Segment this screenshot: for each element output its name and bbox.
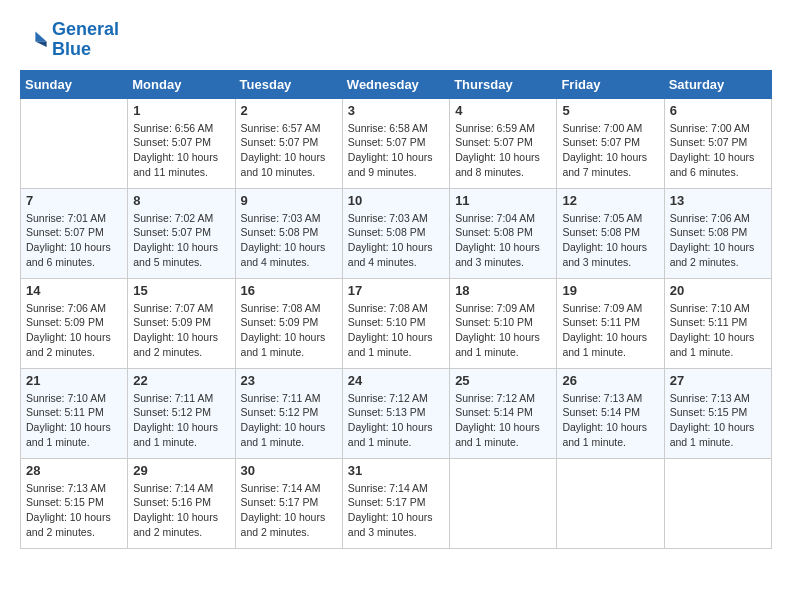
calendar-cell: 20Sunrise: 7:10 AM Sunset: 5:11 PM Dayli…: [664, 278, 771, 368]
day-number: 2: [241, 103, 337, 118]
calendar-week-row: 1Sunrise: 6:56 AM Sunset: 5:07 PM Daylig…: [21, 98, 772, 188]
calendar-cell: 4Sunrise: 6:59 AM Sunset: 5:07 PM Daylig…: [450, 98, 557, 188]
calendar-cell: 1Sunrise: 6:56 AM Sunset: 5:07 PM Daylig…: [128, 98, 235, 188]
day-info: Sunrise: 7:00 AM Sunset: 5:07 PM Dayligh…: [670, 121, 766, 180]
day-number: 8: [133, 193, 229, 208]
day-info: Sunrise: 7:14 AM Sunset: 5:17 PM Dayligh…: [348, 481, 444, 540]
calendar-cell: 29Sunrise: 7:14 AM Sunset: 5:16 PM Dayli…: [128, 458, 235, 548]
day-info: Sunrise: 7:04 AM Sunset: 5:08 PM Dayligh…: [455, 211, 551, 270]
day-number: 11: [455, 193, 551, 208]
calendar-cell: [557, 458, 664, 548]
calendar-cell: 25Sunrise: 7:12 AM Sunset: 5:14 PM Dayli…: [450, 368, 557, 458]
calendar-cell: 21Sunrise: 7:10 AM Sunset: 5:11 PM Dayli…: [21, 368, 128, 458]
svg-marker-0: [35, 31, 46, 41]
calendar-week-row: 14Sunrise: 7:06 AM Sunset: 5:09 PM Dayli…: [21, 278, 772, 368]
calendar-cell: 14Sunrise: 7:06 AM Sunset: 5:09 PM Dayli…: [21, 278, 128, 368]
day-number: 21: [26, 373, 122, 388]
calendar-cell: 23Sunrise: 7:11 AM Sunset: 5:12 PM Dayli…: [235, 368, 342, 458]
calendar-cell: 15Sunrise: 7:07 AM Sunset: 5:09 PM Dayli…: [128, 278, 235, 368]
calendar-cell: 11Sunrise: 7:04 AM Sunset: 5:08 PM Dayli…: [450, 188, 557, 278]
day-info: Sunrise: 7:09 AM Sunset: 5:10 PM Dayligh…: [455, 301, 551, 360]
day-info: Sunrise: 7:09 AM Sunset: 5:11 PM Dayligh…: [562, 301, 658, 360]
weekday-header-cell: Friday: [557, 70, 664, 98]
day-info: Sunrise: 7:11 AM Sunset: 5:12 PM Dayligh…: [241, 391, 337, 450]
calendar-cell: 16Sunrise: 7:08 AM Sunset: 5:09 PM Dayli…: [235, 278, 342, 368]
day-info: Sunrise: 7:10 AM Sunset: 5:11 PM Dayligh…: [26, 391, 122, 450]
calendar-body: 1Sunrise: 6:56 AM Sunset: 5:07 PM Daylig…: [21, 98, 772, 548]
day-info: Sunrise: 7:00 AM Sunset: 5:07 PM Dayligh…: [562, 121, 658, 180]
calendar-cell: 6Sunrise: 7:00 AM Sunset: 5:07 PM Daylig…: [664, 98, 771, 188]
calendar-cell: 28Sunrise: 7:13 AM Sunset: 5:15 PM Dayli…: [21, 458, 128, 548]
day-number: 19: [562, 283, 658, 298]
calendar-cell: 27Sunrise: 7:13 AM Sunset: 5:15 PM Dayli…: [664, 368, 771, 458]
calendar-cell: [450, 458, 557, 548]
day-number: 26: [562, 373, 658, 388]
day-info: Sunrise: 7:13 AM Sunset: 5:15 PM Dayligh…: [26, 481, 122, 540]
day-info: Sunrise: 6:57 AM Sunset: 5:07 PM Dayligh…: [241, 121, 337, 180]
calendar-cell: 9Sunrise: 7:03 AM Sunset: 5:08 PM Daylig…: [235, 188, 342, 278]
weekday-header-cell: Wednesday: [342, 70, 449, 98]
day-number: 31: [348, 463, 444, 478]
day-info: Sunrise: 7:07 AM Sunset: 5:09 PM Dayligh…: [133, 301, 229, 360]
weekday-header-cell: Sunday: [21, 70, 128, 98]
day-info: Sunrise: 7:02 AM Sunset: 5:07 PM Dayligh…: [133, 211, 229, 270]
day-number: 10: [348, 193, 444, 208]
day-info: Sunrise: 7:03 AM Sunset: 5:08 PM Dayligh…: [348, 211, 444, 270]
day-info: Sunrise: 7:14 AM Sunset: 5:17 PM Dayligh…: [241, 481, 337, 540]
weekday-header-row: SundayMondayTuesdayWednesdayThursdayFrid…: [21, 70, 772, 98]
day-info: Sunrise: 7:08 AM Sunset: 5:09 PM Dayligh…: [241, 301, 337, 360]
day-number: 20: [670, 283, 766, 298]
day-info: Sunrise: 7:13 AM Sunset: 5:14 PM Dayligh…: [562, 391, 658, 450]
day-info: Sunrise: 6:56 AM Sunset: 5:07 PM Dayligh…: [133, 121, 229, 180]
svg-marker-1: [35, 41, 46, 47]
weekday-header-cell: Tuesday: [235, 70, 342, 98]
calendar-cell: 12Sunrise: 7:05 AM Sunset: 5:08 PM Dayli…: [557, 188, 664, 278]
day-number: 13: [670, 193, 766, 208]
calendar-cell: 30Sunrise: 7:14 AM Sunset: 5:17 PM Dayli…: [235, 458, 342, 548]
day-number: 14: [26, 283, 122, 298]
calendar-cell: 31Sunrise: 7:14 AM Sunset: 5:17 PM Dayli…: [342, 458, 449, 548]
day-info: Sunrise: 7:06 AM Sunset: 5:09 PM Dayligh…: [26, 301, 122, 360]
day-info: Sunrise: 7:12 AM Sunset: 5:14 PM Dayligh…: [455, 391, 551, 450]
calendar-table: SundayMondayTuesdayWednesdayThursdayFrid…: [20, 70, 772, 549]
day-number: 29: [133, 463, 229, 478]
day-info: Sunrise: 7:01 AM Sunset: 5:07 PM Dayligh…: [26, 211, 122, 270]
calendar-cell: 22Sunrise: 7:11 AM Sunset: 5:12 PM Dayli…: [128, 368, 235, 458]
day-info: Sunrise: 7:08 AM Sunset: 5:10 PM Dayligh…: [348, 301, 444, 360]
day-number: 12: [562, 193, 658, 208]
day-info: Sunrise: 7:11 AM Sunset: 5:12 PM Dayligh…: [133, 391, 229, 450]
day-info: Sunrise: 7:14 AM Sunset: 5:16 PM Dayligh…: [133, 481, 229, 540]
logo: General Blue: [20, 20, 119, 60]
calendar-cell: 26Sunrise: 7:13 AM Sunset: 5:14 PM Dayli…: [557, 368, 664, 458]
day-number: 5: [562, 103, 658, 118]
calendar-cell: 17Sunrise: 7:08 AM Sunset: 5:10 PM Dayli…: [342, 278, 449, 368]
day-number: 22: [133, 373, 229, 388]
day-number: 17: [348, 283, 444, 298]
weekday-header-cell: Thursday: [450, 70, 557, 98]
day-info: Sunrise: 7:06 AM Sunset: 5:08 PM Dayligh…: [670, 211, 766, 270]
calendar-week-row: 21Sunrise: 7:10 AM Sunset: 5:11 PM Dayli…: [21, 368, 772, 458]
weekday-header-cell: Saturday: [664, 70, 771, 98]
day-number: 15: [133, 283, 229, 298]
calendar-cell: 19Sunrise: 7:09 AM Sunset: 5:11 PM Dayli…: [557, 278, 664, 368]
day-info: Sunrise: 7:03 AM Sunset: 5:08 PM Dayligh…: [241, 211, 337, 270]
calendar-cell: 2Sunrise: 6:57 AM Sunset: 5:07 PM Daylig…: [235, 98, 342, 188]
page-header: General Blue: [20, 20, 772, 60]
day-number: 16: [241, 283, 337, 298]
calendar-cell: 8Sunrise: 7:02 AM Sunset: 5:07 PM Daylig…: [128, 188, 235, 278]
day-info: Sunrise: 6:58 AM Sunset: 5:07 PM Dayligh…: [348, 121, 444, 180]
day-number: 7: [26, 193, 122, 208]
calendar-week-row: 28Sunrise: 7:13 AM Sunset: 5:15 PM Dayli…: [21, 458, 772, 548]
calendar-cell: [664, 458, 771, 548]
calendar-cell: 10Sunrise: 7:03 AM Sunset: 5:08 PM Dayli…: [342, 188, 449, 278]
day-number: 23: [241, 373, 337, 388]
day-number: 9: [241, 193, 337, 208]
day-number: 6: [670, 103, 766, 118]
day-number: 24: [348, 373, 444, 388]
calendar-cell: 18Sunrise: 7:09 AM Sunset: 5:10 PM Dayli…: [450, 278, 557, 368]
day-number: 3: [348, 103, 444, 118]
day-number: 25: [455, 373, 551, 388]
calendar-cell: 5Sunrise: 7:00 AM Sunset: 5:07 PM Daylig…: [557, 98, 664, 188]
day-number: 4: [455, 103, 551, 118]
day-info: Sunrise: 7:13 AM Sunset: 5:15 PM Dayligh…: [670, 391, 766, 450]
